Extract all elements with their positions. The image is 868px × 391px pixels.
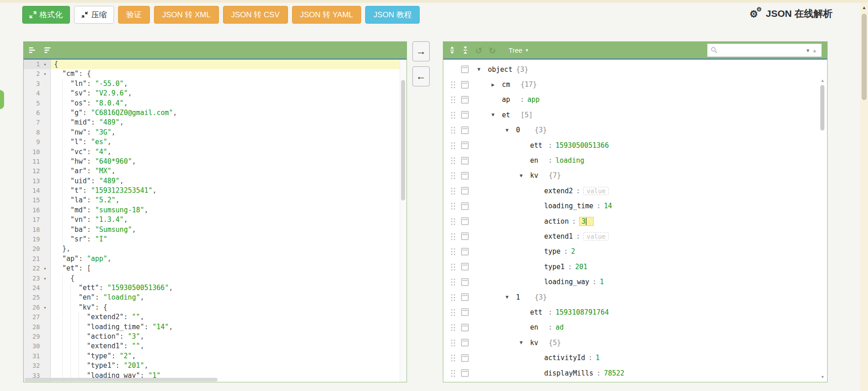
value-field[interactable]: loading — [556, 156, 584, 165]
field-name[interactable]: loading_way — [544, 278, 589, 286]
tree-scroll-thumb[interactable] — [820, 85, 824, 130]
fold-arrow-icon[interactable]: ▾ — [40, 264, 50, 273]
drag-handle[interactable] — [451, 187, 455, 195]
fold-arrow-icon[interactable]: ▾ — [40, 274, 50, 283]
validate-button[interactable]: 验证 — [118, 6, 150, 24]
json-to-xml-button[interactable]: JSON 转 XML — [154, 6, 219, 24]
search-input[interactable] — [720, 46, 804, 55]
editor-line-text[interactable]: "vn": "1.3.4", — [51, 215, 407, 225]
context-menu-button[interactable] — [461, 263, 469, 271]
value-field-editing[interactable]: 3 — [579, 217, 594, 226]
value-field[interactable]: app — [527, 95, 540, 104]
editor-line-text[interactable]: "uid": "489", — [51, 176, 407, 186]
field-name[interactable]: 0 — [516, 126, 531, 134]
value-field[interactable]: ad — [556, 323, 564, 331]
json-tutorial-button[interactable]: JSON 教程 — [365, 6, 420, 24]
drag-handle[interactable] — [451, 142, 455, 149]
page-scrollbar[interactable]: ▲ — [860, 3, 868, 391]
context-menu-button[interactable] — [461, 187, 469, 195]
drag-handle[interactable] — [451, 278, 455, 286]
context-menu-button[interactable] — [461, 354, 469, 362]
field-name[interactable]: en — [530, 156, 545, 165]
editor-line-text[interactable]: "la": "5.2", — [51, 196, 407, 205]
field-name[interactable]: kv — [530, 171, 545, 180]
expand-triangle-icon[interactable]: ▶ — [491, 82, 502, 88]
scroll-up-icon[interactable]: ▲ — [819, 78, 826, 83]
editor-line-text[interactable]: "hw": "640*960", — [51, 157, 407, 166]
editor-line-text[interactable]: }, — [51, 244, 407, 254]
tree-scrollbar[interactable]: ▲ ▼ — [819, 78, 826, 379]
field-name[interactable]: en — [530, 323, 545, 331]
empty-value-field[interactable]: value — [583, 232, 609, 241]
field-name[interactable]: loading_time — [544, 202, 593, 210]
drag-handle[interactable] — [451, 81, 455, 88]
editor-line-text[interactable]: "extend1": "", — [51, 341, 407, 351]
copy-to-right-button[interactable]: → — [412, 41, 430, 61]
drag-handle[interactable] — [451, 263, 455, 271]
field-name[interactable]: type1 — [544, 263, 565, 271]
context-menu-button[interactable] — [461, 81, 469, 89]
editor-line-text[interactable]: { — [51, 60, 407, 69]
drag-handle[interactable] — [451, 233, 455, 240]
context-menu-button[interactable] — [461, 96, 469, 104]
context-menu-button[interactable] — [461, 111, 469, 119]
editor-line-text[interactable]: "os": "8.0.4", — [51, 99, 407, 108]
drag-handle[interactable] — [451, 157, 455, 164]
editor-line-text[interactable]: "t": "1593123253541", — [51, 186, 407, 196]
editor-hscroll-thumb[interactable] — [25, 378, 218, 381]
context-menu-button[interactable] — [461, 308, 469, 316]
value-field[interactable]: 1 — [600, 278, 604, 286]
collapse-all-icon[interactable] — [462, 46, 469, 54]
copy-to-left-button[interactable]: ← — [412, 66, 430, 86]
field-name[interactable]: cm — [502, 80, 517, 89]
drag-handle[interactable] — [451, 370, 455, 377]
editor-line-text[interactable]: "nw": "3G", — [51, 128, 407, 137]
drag-handle[interactable] — [451, 111, 455, 119]
context-menu-button[interactable] — [461, 217, 469, 225]
field-name[interactable]: displayMills — [544, 369, 593, 377]
editor-line-text[interactable]: "ln": "-55.0", — [51, 79, 407, 89]
context-menu-button[interactable] — [461, 126, 469, 134]
drag-handle[interactable] — [451, 172, 455, 179]
field-name[interactable]: 1 — [516, 293, 531, 301]
compress-button[interactable]: 压缩 — [74, 6, 114, 24]
drag-handle[interactable] — [451, 248, 455, 255]
drag-handle[interactable] — [451, 126, 455, 134]
field-name[interactable]: ap — [502, 95, 517, 104]
editor-line-text[interactable]: "extend2": "", — [51, 312, 407, 322]
fold-arrow-icon[interactable]: ▾ — [40, 69, 50, 79]
editor-line-text[interactable]: "l": "es", — [51, 137, 407, 147]
drag-handle[interactable] — [451, 294, 455, 301]
search-next-icon[interactable]: ▼ — [804, 48, 811, 53]
editor-line-text[interactable]: "type1": "201", — [51, 361, 407, 371]
field-name[interactable]: type — [544, 247, 560, 256]
editor-horizontal-scrollbar[interactable] — [24, 377, 400, 382]
collapse-triangle-icon[interactable]: ▼ — [506, 294, 516, 300]
search-prev-icon[interactable]: ▲ — [811, 48, 818, 53]
context-menu-button[interactable] — [461, 369, 469, 377]
field-name[interactable]: extend1 — [544, 232, 573, 241]
editor-line-text[interactable]: "ett": "1593050051366", — [51, 283, 407, 293]
collapse-triangle-icon[interactable]: ▼ — [506, 127, 516, 133]
json-to-yaml-button[interactable]: JSON 转 YAML — [292, 6, 362, 24]
empty-value-field[interactable]: value — [583, 187, 609, 195]
drag-handle[interactable] — [451, 354, 455, 361]
editor-line-text[interactable]: { — [51, 274, 407, 283]
undo-icon[interactable]: ↺ — [475, 45, 482, 55]
editor-line-text[interactable]: "mid": "489", — [51, 118, 407, 127]
editor-line-text[interactable]: "sr": "I" — [51, 235, 407, 244]
fold-arrow-icon[interactable]: ▾ — [40, 60, 50, 69]
scroll-down-icon[interactable]: ▼ — [819, 375, 826, 379]
editor-line-text[interactable]: "ap": "app", — [51, 254, 407, 264]
format-button[interactable]: 格式化 — [22, 6, 70, 24]
drag-handle[interactable] — [451, 96, 455, 103]
editor-line-text[interactable]: "ar": "MX", — [51, 166, 407, 176]
collapse-triangle-icon[interactable]: ▼ — [520, 340, 530, 346]
code-area[interactable]: 1▾{2▾"cm": {3"ln": "-55.0",4"sv": "V2.9.… — [24, 60, 407, 382]
brand[interactable]: ⚙ ⚙ JSON 在线解析 — [749, 7, 833, 20]
field-name[interactable]: kv — [530, 339, 545, 347]
value-field[interactable]: 78522 — [604, 369, 624, 377]
editor-vscroll-thumb[interactable] — [401, 80, 405, 201]
editor-line-text[interactable]: "ba": "Sumsung", — [51, 225, 407, 235]
collapse-triangle-icon[interactable]: ▼ — [520, 173, 530, 179]
